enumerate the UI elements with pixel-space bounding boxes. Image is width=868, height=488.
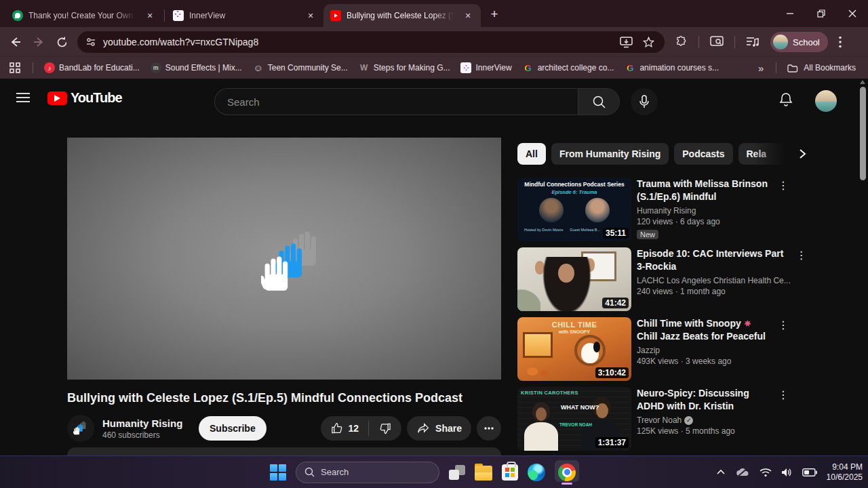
edge-browser-button[interactable] bbox=[528, 464, 545, 481]
search-tabs-icon[interactable] bbox=[710, 36, 724, 48]
tab-active-youtube[interactable]: Bullying with Celeste Lopez (S.1 ✕ bbox=[323, 4, 481, 27]
bookmark-star-icon[interactable] bbox=[642, 36, 655, 49]
browser-menu-icon[interactable] bbox=[839, 36, 842, 48]
close-window-button[interactable] bbox=[837, 0, 868, 27]
humanity-rising-hands-logo bbox=[261, 230, 326, 296]
related-meta: 493K views · 3 weeks ago bbox=[637, 357, 772, 366]
url-text[interactable]: youtube.com/watch?v=nxcGTNipag8 bbox=[103, 37, 620, 47]
bookmark-animation[interactable]: Ganimation courses s... bbox=[619, 62, 724, 73]
bookmark-sound-effects[interactable]: mSound Effects | Mix... bbox=[145, 62, 248, 73]
related-video-1[interactable]: Mindful Connections Podcast Series Episo… bbox=[517, 178, 789, 241]
address-bar[interactable]: youtube.com/watch?v=nxcGTNipag8 bbox=[77, 31, 665, 53]
forward-button[interactable] bbox=[27, 30, 50, 54]
all-bookmarks-button[interactable]: All Bookmarks bbox=[782, 63, 861, 73]
volume-icon[interactable] bbox=[781, 468, 793, 477]
like-button[interactable]: 12 bbox=[321, 422, 369, 435]
video-thumbnail[interactable]: KRISTIN CAROTHERS WHAT NOW? TREVOR NOAH … bbox=[517, 387, 631, 451]
chrome-browser-button[interactable] bbox=[555, 459, 579, 486]
reload-button[interactable] bbox=[50, 30, 73, 54]
related-channel[interactable]: Trevor Noah ✓ bbox=[637, 415, 772, 425]
search-input-wrap[interactable] bbox=[214, 88, 578, 115]
share-button[interactable]: Share bbox=[407, 416, 471, 441]
extensions-icon[interactable] bbox=[674, 35, 688, 49]
video-thumbnail[interactable]: 41:42 bbox=[517, 247, 631, 311]
subscribe-button[interactable]: Subscribe bbox=[199, 416, 267, 441]
related-video-2[interactable]: 41:42 Episode 10: CAC Interviews Part 3-… bbox=[517, 247, 789, 311]
new-tab-button[interactable]: + bbox=[485, 5, 504, 24]
related-meta: 125K views · 5 months ago bbox=[637, 426, 772, 436]
related-title[interactable]: Chill Time with Snoopy Chill Jazz Beats … bbox=[637, 317, 772, 343]
restore-button[interactable] bbox=[806, 0, 837, 27]
channel-name[interactable]: Humanity Rising bbox=[102, 418, 191, 429]
profile-button[interactable]: School bbox=[770, 32, 828, 52]
microsoft-store-button[interactable] bbox=[502, 464, 518, 481]
profile-label: School bbox=[793, 37, 820, 47]
video-menu-icon[interactable]: ⋮ bbox=[778, 388, 789, 401]
bookmark-steps[interactable]: WSteps for Making G... bbox=[353, 62, 456, 73]
google-icon: G bbox=[523, 62, 534, 73]
chip-all[interactable]: All bbox=[517, 143, 546, 165]
onedrive-icon[interactable] bbox=[735, 467, 750, 478]
bookmark-bandlab[interactable]: ♪BandLab for Educati... bbox=[39, 62, 145, 73]
chip-podcasts[interactable]: Podcasts bbox=[674, 143, 732, 165]
battery-icon[interactable] bbox=[802, 468, 817, 476]
file-explorer-button[interactable] bbox=[475, 466, 492, 481]
bookmark-label: Teen Community Se... bbox=[268, 63, 348, 73]
apps-grid-icon[interactable] bbox=[9, 62, 20, 73]
related-title[interactable]: Neuro-Spicy: Discussing ADHD with Dr. Kr… bbox=[637, 387, 772, 413]
related-channel[interactable]: Jazzip bbox=[637, 346, 772, 355]
thumb-guest-caption: Guest Melissa B... bbox=[570, 228, 600, 232]
system-tray: 9:04 PM 10/6/2025 bbox=[716, 456, 863, 488]
chip-related-clipped[interactable]: Rela bbox=[738, 143, 787, 165]
minimize-button[interactable] bbox=[774, 0, 806, 27]
taskbar-search[interactable]: Search bbox=[296, 462, 439, 483]
account-avatar[interactable] bbox=[815, 90, 837, 112]
video-menu-icon[interactable]: ⋮ bbox=[796, 249, 807, 262]
search-input[interactable] bbox=[227, 96, 578, 108]
voice-search-button[interactable] bbox=[631, 88, 658, 115]
related-video-4[interactable]: KRISTIN CAROTHERS WHAT NOW? TREVOR NOAH … bbox=[517, 387, 789, 451]
video-thumbnail[interactable]: CHILL TIME with SNOOPY 3:10:42 bbox=[517, 317, 631, 381]
notifications-bell-icon[interactable] bbox=[778, 92, 794, 108]
video-thumbnail[interactable]: Mindful Connections Podcast Series Episo… bbox=[517, 178, 631, 241]
search-button[interactable] bbox=[578, 88, 620, 115]
video-menu-icon[interactable]: ⋮ bbox=[778, 319, 789, 331]
dislike-button[interactable] bbox=[369, 422, 401, 435]
window bbox=[523, 332, 553, 358]
media-controls-icon[interactable] bbox=[746, 36, 760, 48]
related-video-3[interactable]: CHILL TIME with SNOOPY 3:10:42 Chill Tim… bbox=[517, 317, 789, 381]
bookmarks-overflow-icon[interactable]: » bbox=[751, 62, 770, 74]
description-box[interactable] bbox=[67, 447, 501, 455]
channel-avatar[interactable] bbox=[67, 415, 94, 442]
chip-from-channel[interactable]: From Humanity Rising bbox=[551, 143, 669, 165]
related-title[interactable]: Trauma with Melissa Brinson (S.1/Ep.6) M… bbox=[637, 178, 772, 203]
tray-chevron-icon[interactable] bbox=[716, 469, 726, 475]
bookmark-teen-community[interactable]: ☺Teen Community Se... bbox=[248, 62, 353, 73]
install-app-icon[interactable] bbox=[620, 37, 633, 48]
task-view-button[interactable] bbox=[449, 464, 465, 481]
site-settings-icon[interactable] bbox=[85, 37, 96, 47]
wifi-icon[interactable] bbox=[760, 468, 772, 477]
scrollbar-thumb[interactable] bbox=[860, 87, 866, 180]
tab-close-icon[interactable]: ✕ bbox=[462, 9, 474, 22]
bookmark-innerview[interactable]: ⁘InnerView bbox=[455, 62, 517, 73]
taskbar-clock[interactable]: 9:04 PM 10/6/2025 bbox=[827, 462, 863, 483]
guide-menu-icon[interactable] bbox=[15, 89, 31, 106]
back-button[interactable] bbox=[4, 30, 27, 54]
start-button[interactable] bbox=[270, 464, 286, 481]
youtube-logo[interactable]: YouTube bbox=[47, 90, 122, 106]
tab-close-icon[interactable]: ✕ bbox=[304, 9, 317, 22]
video-menu-icon[interactable]: ⋮ bbox=[778, 179, 789, 192]
related-channel[interactable]: LACHC Los Angeles Christian Health Ce... bbox=[637, 276, 791, 285]
tab-close-icon[interactable]: ✕ bbox=[144, 9, 156, 22]
chips-next-arrow-icon[interactable] bbox=[797, 148, 808, 159]
tab-innerview[interactable]: InnerView ✕ bbox=[166, 4, 323, 27]
more-actions-button[interactable] bbox=[477, 416, 501, 441]
video-player[interactable] bbox=[67, 138, 501, 380]
related-title[interactable]: Episode 10: CAC Interviews Part 3-Rockia bbox=[637, 247, 791, 273]
scrollbar-up-arrow[interactable] bbox=[860, 80, 865, 84]
search-icon bbox=[592, 95, 606, 109]
bookmark-architect[interactable]: Garchitect college co... bbox=[517, 62, 620, 73]
related-channel[interactable]: Humanity Rising bbox=[637, 206, 772, 216]
tab-thank-you[interactable]: Thank you! Create Your Own O ✕ bbox=[5, 4, 163, 27]
